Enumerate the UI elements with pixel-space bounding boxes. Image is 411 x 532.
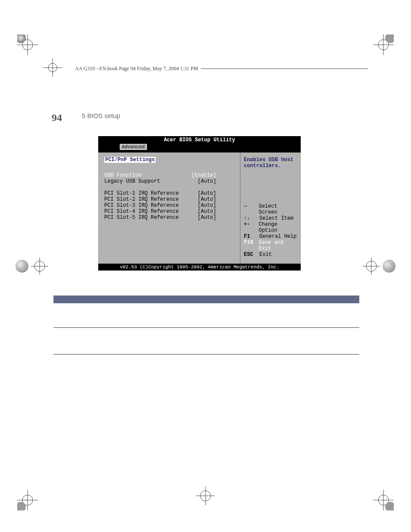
table-header-bar bbox=[53, 296, 359, 303]
bios-key-row: F10Save and Exit bbox=[244, 240, 297, 252]
bios-menubar: Advanced bbox=[98, 144, 301, 152]
bios-key-row: F1General Help bbox=[244, 233, 297, 240]
bios-tab-advanced[interactable]: Advanced bbox=[120, 144, 147, 150]
bios-setting-row[interactable]: PCI Slot-4 IRQ Reference[Auto] bbox=[104, 208, 216, 215]
bios-key-row: ↔Select Screen bbox=[244, 203, 297, 215]
svg-point-3 bbox=[17, 34, 26, 43]
bios-setting-row[interactable]: PCI Slot-2 IRQ Reference[Auto] bbox=[104, 196, 216, 202]
header-text: AA G310 - EN.book Page 94 Friday, May 7,… bbox=[62, 65, 198, 72]
bios-help-text: Enables USB host controllers. bbox=[244, 157, 297, 169]
crop-mark-tl bbox=[17, 34, 38, 55]
center-cross-bottom bbox=[196, 486, 215, 507]
table-row-divider-2 bbox=[53, 354, 359, 355]
chapter-title: 5 BIOS setup bbox=[82, 112, 120, 119]
bios-setting-row[interactable]: PCI Slot-1 IRQ Reference[Auto] bbox=[104, 190, 216, 196]
bios-title: Acer BIOS Setup Utility bbox=[98, 136, 301, 144]
bios-key-legend: ↔Select Screen↑↓Select Item+-Change Opti… bbox=[244, 203, 297, 258]
crop-mark-bl bbox=[17, 490, 38, 510]
svg-point-7 bbox=[385, 34, 394, 43]
side-mark-right bbox=[363, 258, 395, 275]
svg-point-15 bbox=[385, 502, 394, 510]
bios-settings-list: USB Function[Enable]Legacy USB Support[A… bbox=[104, 172, 234, 221]
bios-setting-row[interactable]: PCI Slot-5 IRQ Reference[Auto] bbox=[104, 215, 216, 221]
crop-mark-br bbox=[373, 490, 394, 510]
bios-setting-row[interactable]: USB Function[Enable] bbox=[104, 172, 216, 178]
svg-point-11 bbox=[17, 502, 26, 510]
bios-setting-row[interactable]: Legacy USB Support[Auto] bbox=[104, 178, 216, 184]
page-number: 94 bbox=[52, 112, 62, 124]
bios-key-row: ↑↓Select Item bbox=[244, 215, 297, 221]
bios-section-title: PCI/PnP Settings bbox=[104, 157, 234, 163]
bios-key-row: +-Change Option bbox=[244, 221, 297, 233]
crop-mark-tr bbox=[373, 34, 394, 55]
pdf-header-line: AA G310 - EN.book Page 94 Friday, May 7,… bbox=[43, 58, 368, 79]
bios-key-row: ESCExit bbox=[244, 252, 297, 258]
bios-footer: v02.53 (C)Copyright 1985-2002, American … bbox=[98, 264, 301, 271]
side-mark-left bbox=[16, 258, 48, 275]
bios-setting-row[interactable]: PCI Slot-3 IRQ Reference[Auto] bbox=[104, 202, 216, 208]
bios-screenshot: Acer BIOS Setup Utility Advanced PCI/PnP… bbox=[98, 136, 301, 271]
table-row-divider-1 bbox=[53, 327, 359, 328]
